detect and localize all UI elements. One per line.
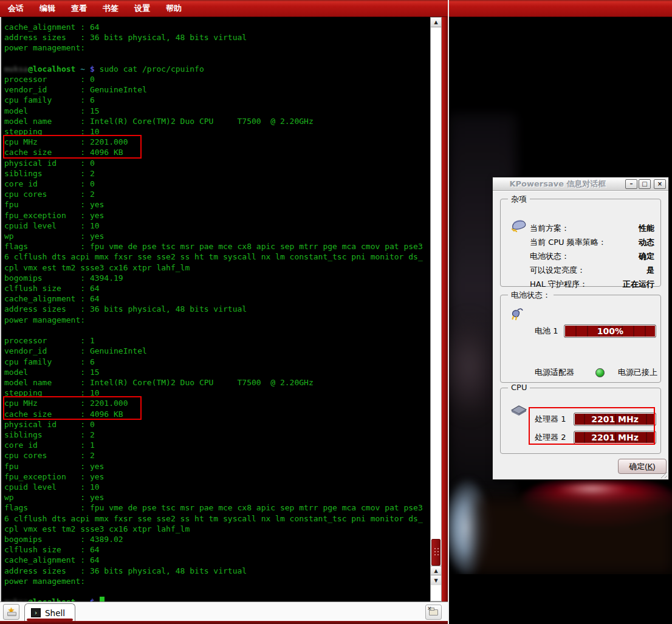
ok-button[interactable]: 确定(K) [618,459,667,474]
misc-row: HAL 守护程序： 正在运行 [530,277,654,291]
close-button[interactable]: × [654,179,666,189]
frequency-bar: 2201 MHz [574,413,656,426]
menu-item[interactable]: 帮助 [158,0,190,17]
processor-row: 处理器 1 2201 MHz [535,410,656,428]
misc-group: 杂项 当前方案： 性能 当前 CPU 频率策略： 动态 [500,199,661,287]
minimize-button[interactable]: – [625,179,637,189]
terminal-line: power management: [4,576,428,586]
terminal-line: power management: [4,43,428,53]
terminal-line: core id : 0 [4,179,428,189]
konsole-window: 会话编辑查看书签设置帮助 cache_alignment : 64address… [0,0,448,624]
prompt-segment-tilde: ~ [75,64,85,74]
terminal-line: cpl vmx est tm2 ssse3 cx16 xtpr lahf_lm [4,262,428,273]
misc-value: 动态 [639,235,654,249]
dialog-body: 杂项 当前方案： 性能 当前 CPU 频率策略： 动态 [493,191,668,479]
terminal-line: address sizes : 36 bits physical, 48 bit… [4,304,428,314]
terminal-line: model name : Intel(R) Core(TM)2 Duo CPU … [4,377,428,388]
adapter-status: 电源已接上 [618,367,657,378]
cpu-chip-icon [510,404,527,416]
scroll-down-button[interactable]: ▼ [431,575,441,585]
terminal-line: address sizes : 36 bits physical, 48 bit… [4,32,428,43]
maximize-button[interactable]: □ [639,179,651,189]
terminal-line: fpu : yes [4,461,428,471]
background-red-fabric [519,473,672,529]
prompt-segment-cmd: sudo cat /proc/cpuinfo [100,64,204,74]
battery-label: 电池 1 [535,326,558,337]
menu-item[interactable]: 书签 [95,0,126,17]
terminal-line: model : 15 [4,367,428,377]
dialog-titlebar[interactable]: KPowersave 信息对话框 – □ × [493,177,668,191]
terminal-line [4,586,428,597]
terminal-line: fpu_exception : yes [4,210,428,221]
terminal-line: siblings : 2 [4,430,428,440]
detach-session-button[interactable]: × [425,605,442,620]
terminal-screen[interactable]: cache_alignment : 64address sizes : 36 b… [0,17,442,602]
terminal-line: processor : 0 [4,74,428,84]
frequency-value: 2201 MHz [591,433,639,442]
misc-row: 电池状态： 确定 [530,249,654,263]
terminal-line: core id : 1 [4,440,428,450]
battery-progressbar: 100% [564,324,656,338]
misc-label: 当前 CPU 频率策略： [530,235,606,249]
menu-item[interactable]: 设置 [126,0,158,17]
terminal-line: stepping : 10 [4,126,428,137]
terminal-line: cpu cores : 2 [4,189,428,199]
cpu-group-title: CPU [508,383,530,392]
terminal-line: clflush size : 64 [4,283,428,293]
window-border-right [442,17,448,624]
scroll-up-icon: ▲ [434,568,437,574]
kpowersave-icon [509,218,529,235]
window-controls: – □ × [625,179,668,189]
frequency-bar: 2201 MHz [574,431,656,444]
close-icon: × [427,605,432,611]
terminal-line: cpu cores : 2 [4,450,428,461]
cpu-group: CPU 处理器 1 2201 MHz [500,388,661,454]
terminal-line: vendor_id : GenuineIntel [4,84,428,95]
terminal-line: model name : Intel(R) Core(TM)2 Duo CPU … [4,116,428,126]
terminal-line: flags : fpu vme de pse tsc msr pae mce c… [4,241,428,252]
terminal-line: 6 clflush dts acpi mmx fxsr sse sse2 ss … [4,252,428,262]
background-shadow [449,315,495,418]
konsole-menubar: 会话编辑查看书签设置帮助 [0,0,448,17]
terminal-line: physical id : 0 [4,419,428,430]
terminal-line: cpl vmx est tm2 ssse3 cx16 xtpr lahf_lm [4,524,428,534]
background-blue-fabric [449,478,492,578]
new-session-button[interactable]: ★ [3,604,19,620]
battery-percent: 100% [597,326,623,336]
misc-row: 当前 CPU 频率策略： 动态 [530,235,654,249]
tab-label: Shell [45,608,65,618]
misc-group-title: 杂项 [508,194,530,205]
battery-row: 电池 1 100% [535,324,656,338]
folder-icon: × [429,609,438,615]
frequency-value: 2201 MHz [591,414,639,424]
terminal-line: power management: [4,315,428,325]
dialog-title: KPowersave 信息对话框 [493,179,625,190]
window-border-bottom [0,621,448,624]
misc-rows: 当前方案： 性能 当前 CPU 频率策略： 动态 电池状态： 确定 可以设定亮度… [530,221,654,291]
terminal-line: cpuid level : 10 [4,221,428,231]
scroll-up-button-bottom[interactable]: ▲ [431,566,441,575]
menu-item[interactable]: 会话 [0,0,32,17]
scroll-down-icon: ▼ [434,578,437,583]
terminal-line: stepping : 10 [4,388,428,398]
prompt-segment-dollar: $ [85,64,99,74]
background-menubar [449,0,672,17]
terminal-line: wp : yes [4,492,428,502]
terminal-scrollbar[interactable]: ▲ ▲ ▼ [430,17,442,602]
tab-shell[interactable]: › Shell [24,603,75,622]
menu-item[interactable]: 编辑 [32,0,63,17]
misc-label: 可以设定亮度： [530,263,585,277]
scroll-up-button[interactable]: ▲ [431,18,441,27]
terminal-line: cpuid level : 10 [4,482,428,492]
ok-label-end: ) [653,462,655,471]
scroll-up-icon: ▲ [434,19,437,25]
ok-label: 确定( [629,462,647,471]
terminal-line: clflush size : 64 [4,544,428,555]
terminal-line: wp : yes [4,231,428,241]
terminal-line: siblings : 2 [4,168,428,179]
scrollbar-thumb[interactable] [431,539,441,566]
session-tabbar: ★ › Shell × [0,602,448,621]
terminal-line: cpu MHz : 2201.000 [4,398,428,408]
terminal-line: cpu family : 6 [4,357,428,367]
menu-item[interactable]: 查看 [63,0,95,17]
